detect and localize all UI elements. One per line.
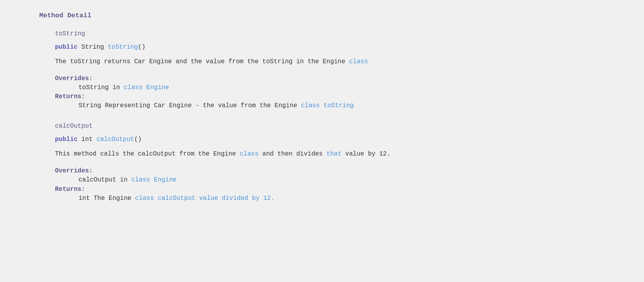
toString-sig-link[interactable]: toString bbox=[108, 44, 138, 51]
calcOutput-desc-middle: and then divides bbox=[259, 150, 327, 157]
calcOutput-returns-link[interactable]: class calcOutput value divided by 12. bbox=[135, 195, 274, 202]
method-calcOutput-signature: public int calcOutput() bbox=[55, 136, 605, 143]
calcOutput-keyword: public bbox=[55, 136, 78, 143]
toString-sig-suffix: () bbox=[138, 44, 145, 51]
calcOutput-sig-suffix: () bbox=[134, 136, 142, 143]
toString-sig-rest: String bbox=[78, 44, 108, 51]
toString-returns-text: String Representing Car Engine - the val… bbox=[79, 102, 301, 109]
calcOutput-overrides-container: Overrides: calcOutput in class Engine Re… bbox=[55, 167, 605, 204]
toString-desc-before: The toString returns Car Engine and the … bbox=[55, 58, 349, 65]
calcOutput-overrides-link[interactable]: class Engine bbox=[131, 176, 176, 183]
method-toString-signature: public String toString() bbox=[55, 44, 605, 51]
toString-returns-label: Returns: bbox=[55, 93, 85, 100]
calcOutput-returns-text: int The Engine bbox=[79, 195, 135, 202]
section-title: Method Detail bbox=[39, 12, 605, 19]
toString-returns-value: String Representing Car Engine - the val… bbox=[79, 100, 605, 112]
toString-returns-link[interactable]: class toString bbox=[301, 102, 354, 109]
page-container: Method Detail toString public String toS… bbox=[39, 12, 605, 204]
toString-overrides-link[interactable]: class Engine bbox=[124, 84, 169, 91]
calcOutput-returns-value: int The Engine class calcOutput value di… bbox=[79, 193, 605, 204]
calcOutput-desc-link2[interactable]: that bbox=[326, 150, 341, 157]
method-toString: toString public String toString() The to… bbox=[39, 30, 605, 112]
method-calcOutput: calcOutput public int calcOutput() This … bbox=[39, 123, 605, 204]
method-toString-description: The toString returns Car Engine and the … bbox=[55, 57, 605, 67]
calcOutput-desc-link1[interactable]: class bbox=[240, 150, 258, 157]
toString-overrides-value: toString in class Engine bbox=[79, 82, 605, 93]
method-calcOutput-name: calcOutput bbox=[55, 123, 605, 130]
calcOutput-desc-after: value by 12. bbox=[342, 150, 391, 157]
calcOutput-sig-rest: int bbox=[78, 136, 97, 143]
toString-overrides-block: Overrides: toString in class Engine Retu… bbox=[39, 75, 605, 112]
calcOutput-overrides-text: calcOutput in bbox=[79, 176, 131, 183]
toString-overrides-container: Overrides: toString in class Engine Retu… bbox=[55, 75, 605, 112]
calcOutput-sig-link[interactable]: calcOutput bbox=[97, 136, 134, 143]
calcOutput-overrides-value: calcOutput in class Engine bbox=[79, 174, 605, 186]
toString-keyword: public bbox=[55, 44, 78, 51]
method-calcOutput-description: This method calls the calcOutput from th… bbox=[55, 149, 605, 159]
calcOutput-overrides-block: Overrides: calcOutput in class Engine Re… bbox=[39, 167, 605, 204]
toString-overrides-text: toString in bbox=[79, 84, 124, 91]
toString-desc-link[interactable]: class bbox=[349, 58, 368, 65]
calcOutput-overrides-label: Overrides: bbox=[55, 167, 93, 174]
calcOutput-desc-before: This method calls the calcOutput from th… bbox=[55, 150, 240, 157]
toString-overrides-label: Overrides: bbox=[55, 75, 93, 82]
method-toString-name: toString bbox=[55, 30, 605, 37]
calcOutput-returns-label: Returns: bbox=[55, 186, 85, 193]
